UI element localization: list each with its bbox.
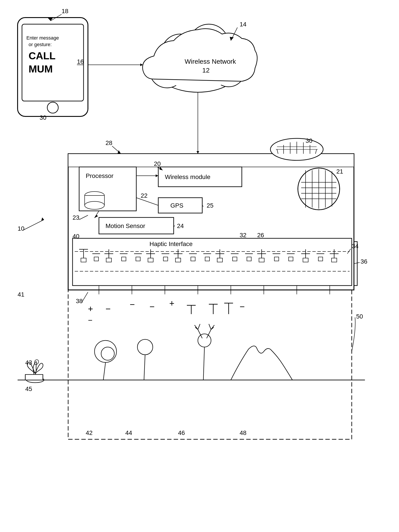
svg-rect-148 (25, 374, 43, 380)
svg-rect-102 (247, 257, 251, 261)
processor-label: Processor (86, 172, 113, 179)
svg-rect-112 (303, 258, 308, 262)
ref-10-label: 10 (18, 225, 24, 232)
ref-21-label: 21 (336, 168, 343, 175)
svg-text:MUM: MUM (29, 63, 53, 75)
ref-14-label: 14 (240, 21, 246, 28)
svg-text:−: − (240, 302, 245, 311)
svg-rect-109 (289, 257, 293, 261)
svg-text:or gesture:: or gesture: (29, 42, 52, 47)
svg-rect-91 (175, 258, 181, 262)
ref-40-label: 40 (72, 233, 79, 240)
ref-23-label: 23 (72, 214, 79, 221)
motion-sensor-label: Motion Sensor (105, 222, 145, 229)
ref-30-phone-label: 30 (39, 114, 46, 121)
diagram-container: Enter message or gesture: CALL MUM 18 16… (0, 0, 399, 532)
ref-30-top-label: 30 (306, 137, 312, 144)
svg-rect-86 (148, 258, 153, 262)
ref-42-label: 42 (86, 429, 93, 436)
svg-rect-93 (191, 257, 195, 261)
svg-text:Enter message: Enter message (26, 35, 59, 41)
svg-rect-100 (232, 257, 237, 261)
wireless-network-label: Wireless Network (185, 58, 236, 65)
ref-28-label: 28 (105, 139, 112, 146)
ref-22-label: 22 (141, 192, 148, 199)
svg-rect-83 (136, 257, 140, 261)
ref-16-label: 16 (77, 58, 84, 65)
svg-text:+: + (88, 304, 93, 314)
svg-rect-107 (274, 257, 279, 261)
svg-text:−: − (105, 304, 110, 314)
ref-45-label: 45 (25, 386, 32, 392)
svg-rect-98 (217, 258, 222, 262)
svg-rect-81 (122, 257, 126, 261)
svg-text:−: − (149, 302, 154, 311)
gps-label: GPS (170, 202, 183, 209)
svg-rect-74 (81, 258, 86, 262)
ref-48-label: 48 (240, 429, 246, 436)
haptic-interface-label: Haptic Interface (149, 241, 193, 247)
ref-25-label: 25 (207, 202, 213, 209)
svg-text:+: + (169, 298, 174, 308)
ref-12-label: 12 (202, 67, 210, 74)
svg-point-3 (47, 102, 58, 113)
svg-rect-95 (205, 257, 210, 261)
ref-20-label: 20 (154, 160, 161, 167)
svg-text:CALL: CALL (29, 50, 56, 62)
ref-18-label: 18 (62, 8, 68, 14)
ref-36-label: 36 (360, 258, 367, 265)
ref-32-label: 32 (240, 232, 246, 239)
svg-rect-79 (106, 258, 111, 262)
ref-50-label: 50 (356, 313, 363, 320)
ref-41-label: 41 (18, 291, 24, 298)
svg-text:−: − (130, 300, 135, 309)
svg-rect-117 (332, 258, 337, 262)
svg-rect-71 (72, 238, 352, 285)
svg-text:−: − (88, 316, 92, 324)
svg-point-46 (85, 201, 104, 209)
ref-44-label: 44 (125, 429, 132, 436)
ref-38-label: 38 (76, 298, 83, 304)
ref-46-label: 46 (178, 429, 185, 436)
svg-rect-76 (94, 257, 98, 261)
ref-26-label: 26 (257, 232, 264, 239)
ref-24-label: 24 (177, 222, 184, 229)
wireless-module-label: Wireless module (165, 174, 210, 180)
svg-rect-105 (259, 258, 264, 262)
svg-rect-88 (163, 257, 168, 261)
svg-rect-114 (318, 257, 323, 261)
